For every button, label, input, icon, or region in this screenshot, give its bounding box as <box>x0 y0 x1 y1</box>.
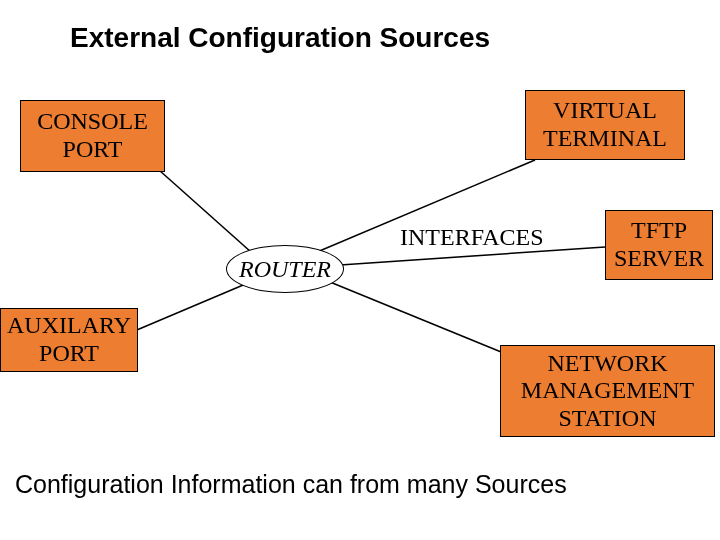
diagram-stage: External Configuration Sources CONSOLE P… <box>0 0 720 540</box>
box-tftp-server: TFTP SERVER <box>605 210 713 280</box>
diagram-caption: Configuration Information can from many … <box>15 470 567 499</box>
box-auxilary-port: AUXILARY PORT <box>0 308 138 372</box>
box-network-management-station: NETWORK MANAGEMENT STATION <box>500 345 715 437</box>
box-virtual-terminal-label: VIRTUAL TERMINAL <box>532 97 678 152</box>
router-ellipse: ROUTER <box>226 245 344 293</box>
box-tftp-server-label: TFTP SERVER <box>612 217 706 272</box>
box-nms-label: NETWORK MANAGEMENT STATION <box>507 350 708 433</box>
router-label: ROUTER <box>239 256 331 283</box>
svg-line-0 <box>150 162 260 260</box>
svg-line-3 <box>125 280 255 335</box>
box-console-port-label: CONSOLE PORT <box>27 108 158 163</box>
box-console-port: CONSOLE PORT <box>20 100 165 172</box>
box-auxilary-port-label: AUXILARY PORT <box>7 312 131 367</box>
box-virtual-terminal: VIRTUAL TERMINAL <box>525 90 685 160</box>
interfaces-label: INTERFACES <box>400 224 544 251</box>
diagram-title: External Configuration Sources <box>70 22 490 54</box>
